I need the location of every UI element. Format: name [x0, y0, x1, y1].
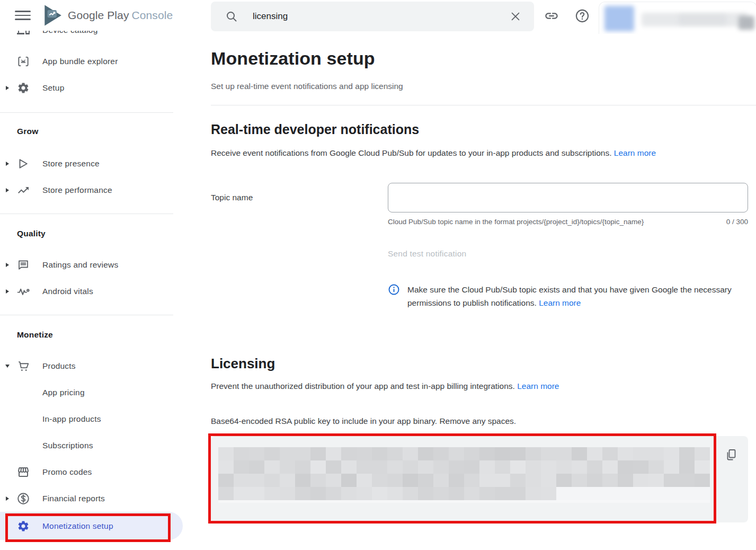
sidebar-item-store-performance[interactable]: Store performance [0, 177, 183, 203]
gear-icon [16, 519, 31, 534]
sidebar-item-app-bundle-explorer[interactable]: App bundle explorer [0, 48, 183, 75]
license-key-box [211, 436, 748, 522]
topic-name-label: Topic name [211, 183, 388, 226]
note-text: Make sure the Cloud Pub/Sub topic exists… [407, 283, 746, 309]
copy-icon[interactable] [723, 447, 740, 464]
sidebar-section-grow: Grow [0, 127, 183, 136]
expand-arrow-icon[interactable] [2, 86, 13, 90]
page-subtitle: Set up real-time event notifications and… [211, 82, 756, 91]
dollar-icon [16, 491, 31, 506]
sidebar-item-device-catalog-clipped[interactable]: Device catalog [0, 31, 183, 41]
rtdn-heading: Real-time developer notifications [211, 121, 756, 137]
sidebar-item-in-app-products[interactable]: In-app products [0, 406, 183, 432]
send-test-notification-button[interactable]: Send test notification [388, 249, 466, 259]
sidebar-section-quality: Quality [0, 229, 183, 238]
trending-up-icon [16, 183, 31, 198]
menu-icon[interactable] [15, 8, 31, 23]
sidebar-header: Google PlayConsole [0, 0, 183, 31]
sidebar: Google PlayConsole Device catalog App bu… [0, 0, 183, 550]
pubsub-note: Make sure the Cloud Pub/Sub topic exists… [388, 283, 756, 309]
divider [0, 315, 173, 315]
sidebar-item-monetization-setup[interactable]: Monetization setup [0, 512, 183, 540]
license-key-caption: Base64-encoded RSA public key to include… [211, 416, 756, 426]
divider [0, 214, 173, 214]
topic-helper-text: Cloud Pub/Sub topic name in the format p… [388, 218, 644, 226]
sidebar-item-promo-codes[interactable]: Promo codes [0, 459, 183, 485]
sidebar-item-financial-reports[interactable]: Financial reports [0, 485, 183, 512]
rtdn-learn-more-link[interactable]: Learn more [614, 148, 656, 157]
license-key-redacted-strip [218, 500, 710, 503]
sidebar-item-android-vitals[interactable]: Android vitals [0, 278, 183, 305]
licensing-learn-more-link[interactable]: Learn more [517, 382, 559, 391]
sidebar-section-monetize: Monetize [0, 330, 183, 340]
rtdn-description: Receive event notifications from Google … [211, 148, 756, 158]
info-icon [388, 283, 400, 309]
pulse-icon [16, 284, 31, 299]
divider [211, 105, 756, 105]
storefront-icon [16, 465, 31, 480]
license-key-redacted [218, 447, 710, 500]
expand-arrow-icon[interactable] [2, 162, 13, 166]
play-store-icon [16, 156, 31, 171]
topic-name-row: Topic name Cloud Pub/Sub topic name in t… [211, 183, 756, 226]
sidebar-item-ratings-and-reviews[interactable]: Ratings and reviews [0, 252, 183, 278]
comment-icon [16, 258, 31, 272]
play-console-logo[interactable]: Google PlayConsole [42, 4, 173, 26]
google-play-logo-icon [42, 4, 63, 26]
expand-arrow-icon[interactable] [2, 289, 13, 294]
sidebar-item-store-presence[interactable]: Store presence [0, 150, 183, 177]
page-title: Monetization setup [211, 47, 756, 70]
collapse-arrow-icon[interactable] [2, 365, 13, 368]
logo-text: Google PlayConsole [68, 9, 173, 22]
expand-arrow-icon[interactable] [2, 496, 13, 501]
licensing-heading: Licensing [211, 355, 756, 372]
app-bundle-icon [16, 54, 31, 69]
sidebar-item-products[interactable]: Products [0, 353, 183, 379]
expand-arrow-icon[interactable] [2, 188, 13, 192]
sidebar-item-subscriptions[interactable]: Subscriptions [0, 432, 183, 459]
devices-icon [16, 31, 31, 38]
gear-icon [16, 81, 31, 95]
main-content: Monetization setup Set up real-time even… [211, 0, 756, 522]
cart-icon [16, 359, 31, 374]
licensing-description: Prevent the unauthorized distribution of… [211, 382, 756, 391]
divider [0, 112, 173, 113]
topic-name-input[interactable] [388, 183, 748, 212]
sidebar-item-app-pricing[interactable]: App pricing [0, 379, 183, 406]
char-counter: 0 / 300 [726, 218, 748, 226]
note-learn-more-link[interactable]: Learn more [539, 298, 581, 307]
sidebar-item-setup[interactable]: Setup [0, 75, 183, 101]
expand-arrow-icon[interactable] [2, 263, 13, 267]
